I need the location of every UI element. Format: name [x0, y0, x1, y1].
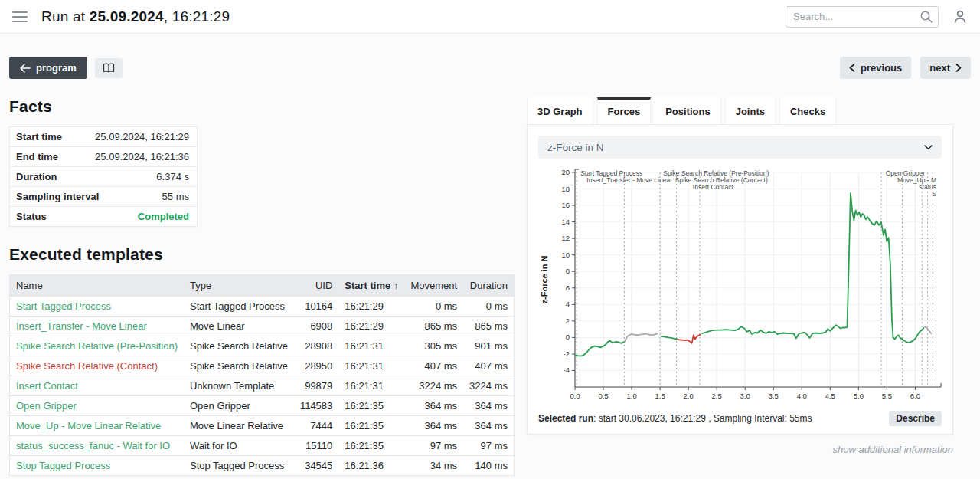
- template-uid: 15110: [294, 436, 338, 456]
- svg-text:5.0: 5.0: [854, 392, 864, 400]
- template-start-time: 16:21:29: [338, 317, 404, 336]
- program-back-button[interactable]: program: [9, 57, 87, 79]
- table-row: Start Tagged ProcessStart Tagged Process…: [10, 297, 514, 317]
- svg-text:4.5: 4.5: [825, 392, 835, 400]
- tab-3d-graph[interactable]: 3D Graph: [527, 97, 593, 124]
- executed-templates-table: NameTypeUIDStart time ↑MovementDuration …: [9, 274, 514, 476]
- template-movement: 0 ms: [404, 297, 463, 317]
- template-name-link[interactable]: Move_Up - Move Linear Relative: [10, 416, 184, 436]
- forces-panel: z-Force in N -4-2024681012141618200.00.5…: [527, 124, 953, 435]
- template-name-link[interactable]: Spike Search Relative (Pre-Position): [10, 336, 184, 356]
- template-duration: 3224 ms: [463, 376, 514, 396]
- svg-text:-4: -4: [564, 366, 570, 374]
- template-uid: 7444: [294, 416, 338, 436]
- template-start-time: 16:21:36: [338, 456, 404, 476]
- template-movement: 364 ms: [404, 416, 463, 436]
- facts-row: Sampling interval55 ms: [10, 187, 197, 207]
- force-series-segment: [702, 193, 924, 343]
- template-type: Spike Search Relative: [184, 356, 294, 376]
- template-duration: 0 ms: [463, 297, 514, 317]
- previous-button-label: previous: [861, 62, 902, 74]
- toolbar: program previous next: [9, 57, 971, 79]
- svg-text:3.0: 3.0: [740, 392, 750, 400]
- template-start-time: 16:21:35: [338, 416, 404, 436]
- force-axis-dropdown[interactable]: z-Force in N: [538, 136, 942, 159]
- svg-text:6.0: 6.0: [910, 392, 920, 400]
- column-header-movement[interactable]: Movement: [404, 275, 463, 297]
- column-header-type[interactable]: Type: [184, 275, 294, 297]
- tab-checks[interactable]: Checks: [779, 97, 836, 124]
- template-name-link[interactable]: Insert_Transfer - Move Linear: [10, 317, 184, 336]
- template-duration: 364 ms: [463, 416, 514, 436]
- facts-heading: Facts: [9, 97, 508, 116]
- analysis-panel: 3D GraphForcesPositionsJointsChecks z-Fo…: [527, 79, 953, 455]
- facts-label: End time: [16, 151, 58, 162]
- chart-annotation: Insert Contact: [693, 183, 734, 191]
- facts-value: 6.374 s: [156, 171, 189, 182]
- table-row: Spike Search Relative (Pre-Position)Spik…: [10, 336, 514, 356]
- chevron-right-icon: [956, 64, 962, 72]
- template-type: Start Tagged Process: [184, 297, 294, 317]
- template-name-link[interactable]: Spike Search Relative (Contact): [10, 356, 184, 376]
- template-uid: 34545: [294, 456, 338, 476]
- template-movement: 305 ms: [404, 336, 463, 356]
- search-icon[interactable]: [920, 10, 933, 24]
- template-uid: 99879: [294, 376, 338, 396]
- tab-forces[interactable]: Forces: [597, 97, 652, 124]
- chevron-left-icon: [849, 64, 855, 72]
- template-movement: 34 ms: [404, 456, 463, 476]
- show-additional-information-link[interactable]: show additional information: [527, 444, 953, 455]
- template-start-time: 16:21:35: [338, 436, 404, 456]
- facts-card: Start time25.09.2024, 16:21:29End time25…: [9, 126, 198, 227]
- template-type: Open Gripper: [184, 396, 294, 416]
- template-name-link[interactable]: Stop Tagged Process: [10, 456, 184, 476]
- tab-joints[interactable]: Joints: [725, 97, 776, 124]
- table-row: Insert ContactUnknown Template9987916:21…: [10, 376, 514, 396]
- template-duration: 901 ms: [463, 336, 514, 356]
- chart-annotation: S: [932, 190, 936, 198]
- template-name-link[interactable]: status_success_fanuc - Wait for IO: [10, 436, 184, 456]
- template-uid: 10164: [294, 297, 338, 317]
- template-movement: 364 ms: [404, 396, 463, 416]
- menu-icon[interactable]: [12, 11, 28, 22]
- template-name-link[interactable]: Start Tagged Process: [10, 297, 184, 317]
- describe-button[interactable]: Describe: [889, 411, 942, 426]
- column-header-duration[interactable]: Duration: [463, 275, 514, 297]
- svg-text:1.5: 1.5: [655, 392, 665, 400]
- next-button[interactable]: next: [920, 57, 971, 79]
- facts-row: Duration6.374 s: [10, 167, 197, 187]
- svg-text:10: 10: [561, 251, 570, 259]
- template-movement: 3224 ms: [404, 376, 463, 396]
- template-name-link[interactable]: Insert Contact: [10, 376, 184, 396]
- template-start-time: 16:21:29: [338, 297, 404, 317]
- executed-templates-heading: Executed templates: [9, 245, 508, 264]
- template-type: Spike Search Relative: [184, 336, 294, 356]
- tab-positions[interactable]: Positions: [655, 97, 721, 124]
- user-icon[interactable]: [952, 9, 968, 25]
- table-row: Stop Tagged ProcessStop Tagged Process34…: [10, 456, 514, 476]
- column-header-uid[interactable]: UID: [294, 275, 338, 297]
- analysis-tabs: 3D GraphForcesPositionsJointsChecks: [527, 97, 953, 124]
- book-icon: [103, 63, 115, 74]
- column-header-start-time[interactable]: Start time ↑: [338, 275, 404, 297]
- documentation-button[interactable]: [95, 58, 122, 78]
- table-row: status_success_fanuc - Wait for IOWait f…: [10, 436, 514, 456]
- svg-text:3.5: 3.5: [769, 392, 779, 400]
- svg-text:8: 8: [566, 267, 570, 275]
- svg-text:2.0: 2.0: [684, 392, 694, 400]
- page-title: Run at 25.09.2024, 16:21:29: [41, 8, 230, 25]
- template-name-link[interactable]: Open Gripper: [10, 396, 184, 416]
- previous-button[interactable]: previous: [840, 57, 911, 79]
- svg-text:-2: -2: [564, 349, 570, 358]
- facts-row: StatusCompleted: [10, 207, 197, 226]
- facts-value: 55 ms: [162, 191, 189, 202]
- search-input[interactable]: [786, 6, 939, 28]
- column-header-name[interactable]: Name: [10, 275, 184, 297]
- template-uid: 28950: [294, 356, 338, 376]
- facts-row: End time25.09.2024, 16:21:36: [10, 147, 197, 167]
- search-box: [786, 6, 939, 28]
- table-row: Insert_Transfer - Move LinearMove Linear…: [10, 317, 514, 336]
- next-button-label: next: [929, 62, 950, 74]
- template-duration: 865 ms: [463, 317, 514, 336]
- table-row: Spike Search Relative (Contact)Spike Sea…: [10, 356, 514, 376]
